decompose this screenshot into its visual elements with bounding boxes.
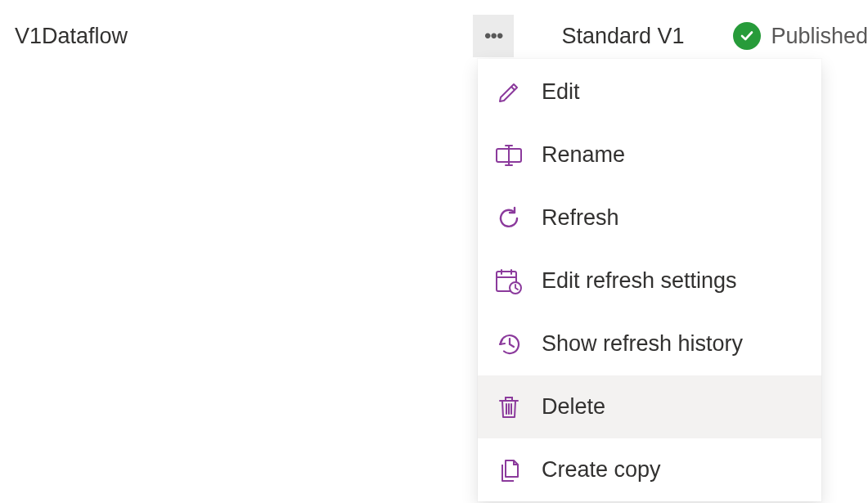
menu-item-label: Refresh <box>542 205 619 231</box>
refresh-icon <box>494 204 524 233</box>
menu-item-rename[interactable]: Rename <box>478 124 821 186</box>
menu-item-create-copy[interactable]: Create copy <box>478 438 821 501</box>
menu-item-label: Edit refresh settings <box>542 268 737 294</box>
menu-item-label: Rename <box>542 142 625 168</box>
check-icon <box>733 22 761 50</box>
trash-icon <box>494 393 524 422</box>
dataflow-name[interactable]: V1Dataflow <box>15 24 473 49</box>
rename-icon <box>494 141 524 170</box>
context-menu: Edit Rename Refresh <box>478 59 821 501</box>
menu-item-label: Show refresh history <box>542 331 743 357</box>
calendar-clock-icon <box>494 267 524 296</box>
menu-item-edit[interactable]: Edit <box>478 61 821 124</box>
dataflow-type: Standard V1 <box>561 24 725 49</box>
history-icon <box>494 330 524 359</box>
status-badge: Published <box>733 22 868 50</box>
menu-item-label: Create copy <box>542 457 661 483</box>
menu-item-edit-refresh-settings[interactable]: Edit refresh settings <box>478 249 821 312</box>
menu-item-delete[interactable]: Delete <box>478 375 821 438</box>
more-options-button[interactable]: ••• <box>473 15 514 57</box>
menu-item-label: Delete <box>542 394 605 420</box>
status-label: Published <box>771 24 868 49</box>
ellipsis-icon: ••• <box>484 26 502 46</box>
menu-item-refresh[interactable]: Refresh <box>478 186 821 249</box>
menu-item-label: Edit <box>542 79 580 105</box>
pencil-icon <box>494 78 524 107</box>
copy-icon <box>494 456 524 485</box>
menu-item-show-refresh-history[interactable]: Show refresh history <box>478 312 821 375</box>
